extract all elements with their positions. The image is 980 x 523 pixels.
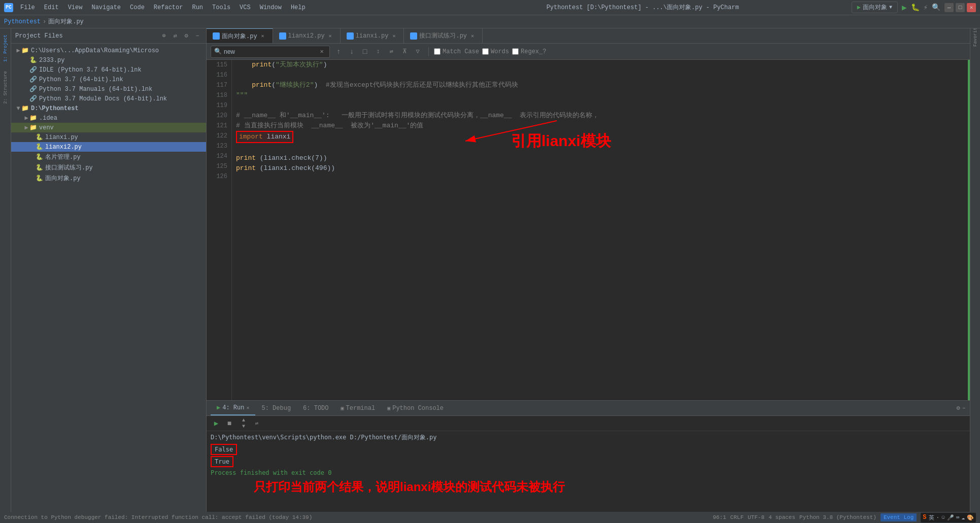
search-input[interactable] xyxy=(224,48,315,55)
search-expand-btn[interactable]: □ xyxy=(359,46,370,57)
regex-input[interactable] xyxy=(512,48,519,55)
menu-tools[interactable]: Tools xyxy=(208,3,234,12)
tree-item-mianxiang[interactable]: 🐍 面向对象.py xyxy=(11,173,206,184)
status-message: Connection to Python debugger failed: In… xyxy=(4,514,708,520)
tree-item-idle[interactable]: 🔗 IDLE (Python 3.7 64-bit).lnk xyxy=(11,65,206,75)
tab-jiekou[interactable]: 接口测试练习.py ✕ xyxy=(404,28,483,43)
run-content[interactable]: D:\Pythontest\venv\Scripts\python.exe D:… xyxy=(207,431,970,512)
ime-en: 英 xyxy=(929,514,934,521)
debug-button[interactable]: 🐛 xyxy=(911,3,920,12)
tree-item-lianxi2[interactable]: 🐍 lianxi2.py xyxy=(11,142,206,152)
title-bar: PC File Edit View Navigate Code Refactor… xyxy=(0,0,980,15)
search-prev-btn[interactable]: ↑ xyxy=(333,46,344,57)
status-line-ending[interactable]: CRLF xyxy=(730,514,744,520)
run-button[interactable]: ▶ xyxy=(902,3,907,13)
status-position[interactable]: 96:1 xyxy=(713,514,726,520)
code-line-121: # 当直接执行当前模块 __name__ 被改为'__main__'的值 xyxy=(236,121,964,131)
match-case-input[interactable] xyxy=(434,48,441,55)
menu-navigate[interactable]: Navigate xyxy=(87,3,125,12)
minimize-button[interactable]: — xyxy=(944,3,954,12)
code-line-124: print (lianxi.check(7)) xyxy=(236,153,964,163)
status-indent[interactable]: 4 spaces xyxy=(768,514,795,520)
tab-lianxi[interactable]: lianxi.py ✕ xyxy=(341,28,404,43)
tab-close-lianxi[interactable]: ✕ xyxy=(390,32,397,40)
tree-item-jiekou[interactable]: 🐍 接口测试练习.py xyxy=(11,162,206,173)
search-everywhere-button[interactable]: 🔍 xyxy=(932,3,940,12)
tab-label-mianxiang: 面向对象.py xyxy=(222,32,257,41)
menu-edit[interactable]: Edit xyxy=(40,3,63,12)
tree-label: D:\Pythontest xyxy=(31,105,79,112)
tab-mianxiang[interactable]: 面向对象.py ✕ xyxy=(207,28,273,43)
breadcrumb-file[interactable]: 面向对象.py xyxy=(48,17,84,26)
words-checkbox[interactable]: Words xyxy=(482,48,509,55)
tree-item-moddocs[interactable]: 🔗 Python 3.7 Module Docs (64-bit).lnk xyxy=(11,94,206,103)
menu-vcs[interactable]: VCS xyxy=(235,3,255,12)
status-event-log[interactable]: Event Log xyxy=(881,513,917,521)
search-wrap-btn[interactable]: ⇌ xyxy=(386,46,397,57)
match-case-checkbox[interactable]: Match Case xyxy=(434,48,479,55)
sidebar-title: Project Files xyxy=(15,32,159,40)
bottom-panel-close[interactable]: – xyxy=(962,405,966,412)
menu-file[interactable]: File xyxy=(16,3,39,12)
tree-item-2333[interactable]: 🐍 2333.py xyxy=(11,55,206,65)
tree-item-mingpian[interactable]: 🐍 名片管理.py xyxy=(11,152,206,162)
title-text: Pythontest [D:\Pythontest] - ...\面向对象.py… xyxy=(434,3,852,12)
status-encoding[interactable]: UTF-8 xyxy=(748,514,764,520)
bottom-tab-run-close[interactable]: ✕ xyxy=(246,405,249,411)
run-scroll-down[interactable]: ▼ xyxy=(238,424,249,429)
structure-tab[interactable]: 2: Structure xyxy=(2,67,9,108)
bottom-tab-run[interactable]: ▶ 4: Run ✕ xyxy=(211,401,255,415)
search-next-btn[interactable]: ↓ xyxy=(346,46,357,57)
menu-help[interactable]: Help xyxy=(287,3,310,12)
menu-run[interactable]: Run xyxy=(188,3,207,12)
favorites-icon[interactable]: Favorites xyxy=(971,30,979,39)
regex-checkbox[interactable]: Regex_? xyxy=(512,48,546,55)
tree-label: IDLE (Python 3.7 64-bit).lnk xyxy=(39,66,142,74)
tab-close-jiekou[interactable]: ✕ xyxy=(469,32,476,40)
tree-item-dpythontest[interactable]: ▼ 📁 D:\Pythontest xyxy=(11,103,206,113)
sidebar-minimize-btn[interactable]: – xyxy=(193,31,202,41)
bottom-tab-console[interactable]: ▣ Python Console xyxy=(381,401,450,415)
search-clear-btn[interactable]: ✕ xyxy=(317,47,326,56)
maximize-button[interactable]: □ xyxy=(956,3,965,12)
tab-close-mianxiang[interactable]: ✕ xyxy=(259,32,266,40)
tree-item-lianxi[interactable]: 🐍 lianxi.py xyxy=(11,132,206,142)
search-filter-btn[interactable]: ⊼ xyxy=(399,46,410,57)
bottom-tab-debug[interactable]: 5: Debug xyxy=(255,401,297,415)
status-python-version[interactable]: Python 3.8 (Pythontest) xyxy=(799,514,876,520)
menu-code[interactable]: Code xyxy=(126,3,149,12)
words-input[interactable] xyxy=(482,48,489,55)
tree-item-microso[interactable]: ▶ 📁 C:\Users\...AppData\Roaming\Microso xyxy=(11,46,206,55)
editor-wrapper: 115 116 117 118 119 120 121 122 123 124 … xyxy=(207,60,970,400)
tree-arrow: ▶ xyxy=(23,124,29,131)
bottom-tab-terminal[interactable]: ▣ Terminal xyxy=(335,401,382,415)
code-area[interactable]: print("天加本次执行") print("继续执行2") #发现当excep… xyxy=(232,60,968,400)
run-softrap-btn[interactable]: ⇌ xyxy=(251,418,262,429)
sidebar-add-btn[interactable]: ⊕ xyxy=(159,31,168,41)
tree-item-idea[interactable]: ▶ 📁 .idea xyxy=(11,113,206,123)
tab-lianxi2[interactable]: lianxi2.py ✕ xyxy=(273,28,341,43)
sidebar-sync-btn[interactable]: ⇄ xyxy=(171,31,180,41)
run-scroll-up[interactable]: ▲ xyxy=(238,418,249,423)
breadcrumb-project[interactable]: Pythontest xyxy=(4,18,41,25)
project-tab[interactable]: 1: Project xyxy=(2,30,9,66)
tab-close-lianxi2[interactable]: ✕ xyxy=(327,32,334,40)
tree-item-manuals[interactable]: 🔗 Python 3.7 Manuals (64-bit).lnk xyxy=(11,84,206,94)
code-line-119 xyxy=(236,100,964,111)
menu-view[interactable]: View xyxy=(64,3,87,12)
menu-refactor[interactable]: Refactor xyxy=(150,3,187,12)
search-filter2-btn[interactable]: ▽ xyxy=(412,46,423,57)
tree-item-venv[interactable]: ▶ 📁 venv xyxy=(11,123,206,132)
bottom-panel-settings[interactable]: ⚙ xyxy=(957,404,960,412)
sidebar-settings-btn[interactable]: ⚙ xyxy=(182,31,191,41)
search-settings-btn[interactable]: ↕ xyxy=(373,46,384,57)
coverage-button[interactable]: ⚡ xyxy=(924,3,928,12)
tree-item-python37[interactable]: 🔗 Python 3.7 (64-bit).lnk xyxy=(11,75,206,84)
tab-icon-lianxi xyxy=(347,32,354,40)
run-config-selector[interactable]: ▶ 面向对象 ▼ xyxy=(852,2,898,13)
run-rerun-btn[interactable]: ▶ xyxy=(211,418,222,429)
bottom-tab-todo[interactable]: 6: TODO xyxy=(297,401,334,415)
menu-window[interactable]: Window xyxy=(256,3,286,12)
run-stop-btn[interactable]: ■ xyxy=(224,418,235,429)
close-button[interactable]: ✕ xyxy=(967,3,976,12)
